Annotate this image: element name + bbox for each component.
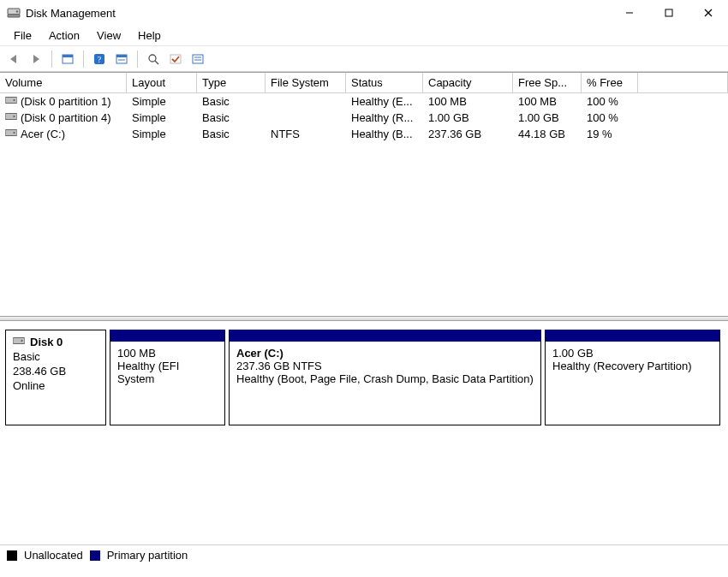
volume-icon	[5, 95, 17, 108]
svg-point-25	[13, 116, 15, 117]
volume-free: 44.18 GB	[513, 127, 582, 141]
forward-button[interactable]	[26, 49, 46, 69]
column-header-capacity[interactable]: Capacity	[423, 73, 513, 92]
titlebar: Disk Management	[0, 0, 728, 26]
disk-icon	[13, 336, 25, 348]
volume-layout: Simple	[127, 94, 197, 109]
column-header-type[interactable]: Type	[197, 73, 266, 92]
lower-pad	[0, 431, 728, 544]
maximize-button[interactable]	[649, 0, 689, 26]
disk-size: 238.46 GB	[13, 365, 98, 378]
menu-action[interactable]: Action	[40, 27, 88, 44]
volume-list-body[interactable]: (Disk 0 partition 1)SimpleBasicHealthy (…	[0, 93, 728, 316]
legend-swatch-primary	[90, 550, 100, 561]
disk-state: Online	[13, 379, 98, 392]
help-button[interactable]: ?	[89, 49, 110, 69]
column-header-fs[interactable]: File System	[266, 73, 346, 92]
partition[interactable]: 100 MBHealthy (EFI System	[110, 330, 225, 425]
partition-status: Healthy (EFI System	[117, 360, 218, 385]
volume-list-header: Volume Layout Type File System Status Ca…	[0, 72, 728, 93]
rescan-button[interactable]	[165, 49, 186, 69]
volume-free: 100 MB	[513, 94, 582, 109]
menu-file[interactable]: File	[5, 27, 40, 44]
volume-cap: 237.36 GB	[423, 127, 513, 141]
svg-rect-19	[193, 55, 203, 63]
volume-cap: 1.00 GB	[423, 110, 513, 125]
volume-pct: 100 %	[582, 94, 638, 109]
back-button[interactable]	[3, 49, 24, 69]
show-hide-tree-button[interactable]	[57, 49, 78, 69]
column-header-free[interactable]: Free Sp...	[513, 73, 582, 92]
legend-label-unallocated: Unallocated	[24, 549, 83, 562]
column-header-pct[interactable]: % Free	[582, 73, 638, 92]
toolbar-separator	[51, 51, 52, 68]
menu-help[interactable]: Help	[129, 27, 170, 44]
volume-type: Basic	[197, 94, 266, 109]
volume-free: 1.00 GB	[513, 110, 582, 125]
settings-button[interactable]	[111, 49, 132, 69]
svg-marker-7	[10, 55, 16, 63]
volume-icon	[5, 128, 17, 140]
volume-fs	[266, 110, 346, 125]
close-button[interactable]	[689, 0, 728, 26]
svg-text:?: ?	[98, 55, 102, 64]
partition[interactable]: Acer (C:)237.36 GB NTFSHealthy (Boot, Pa…	[229, 330, 541, 425]
volume-layout: Simple	[127, 127, 197, 141]
partition-size: 1.00 GB	[552, 347, 713, 360]
volume-type: Basic	[197, 110, 266, 125]
volume-name: (Disk 0 partition 1)	[21, 95, 110, 108]
properties-button[interactable]	[188, 49, 208, 69]
legend-swatch-unallocated	[7, 550, 17, 561]
partition-size: 100 MB	[117, 347, 218, 360]
disk-info[interactable]: Disk 0 Basic 238.46 GB Online	[5, 330, 106, 425]
column-header-status[interactable]: Status	[346, 73, 423, 92]
partition[interactable]: 1.00 GBHealthy (Recovery Partition)	[545, 330, 720, 425]
svg-rect-4	[665, 9, 672, 16]
partition-size: 237.36 GB NTFS	[236, 360, 534, 372]
table-row[interactable]: (Disk 0 partition 4)SimpleBasicHealthy (…	[0, 110, 728, 126]
svg-point-23	[13, 99, 15, 101]
app-icon	[7, 6, 21, 20]
column-header-spacer	[638, 73, 728, 92]
svg-rect-14	[116, 55, 127, 57]
toolbar: ?	[0, 46, 728, 72]
svg-rect-26	[5, 130, 17, 136]
volume-fs	[266, 94, 346, 109]
volume-pct: 100 %	[582, 110, 638, 125]
volume-pct: 19 %	[582, 127, 638, 141]
legend-label-primary: Primary partition	[107, 549, 188, 562]
menubar: File Action View Help	[0, 26, 728, 46]
bottom-edge	[0, 565, 728, 577]
toolbar-separator	[83, 51, 84, 68]
partition-name: Acer (C:)	[236, 347, 534, 360]
legend: Unallocated Primary partition	[0, 544, 728, 565]
window-title: Disk Management	[26, 7, 116, 20]
svg-line-17	[155, 61, 158, 64]
volume-fs: NTFS	[266, 127, 346, 141]
minimize-button[interactable]	[610, 0, 649, 26]
column-header-layout[interactable]: Layout	[127, 73, 197, 92]
refresh-button[interactable]	[143, 49, 164, 69]
volume-status: Healthy (B...	[346, 127, 423, 141]
volume-name: (Disk 0 partition 4)	[21, 111, 110, 124]
menu-view[interactable]: View	[88, 27, 129, 44]
toolbar-separator	[137, 51, 138, 68]
table-row[interactable]: Acer (C:)SimpleBasicNTFSHealthy (B...237…	[0, 126, 728, 142]
svg-point-2	[16, 10, 18, 12]
partition-status: Healthy (Recovery Partition)	[552, 360, 713, 372]
svg-point-16	[149, 55, 156, 62]
partitions: 100 MBHealthy (EFI SystemAcer (C:)237.36…	[110, 330, 723, 425]
table-row[interactable]: (Disk 0 partition 1)SimpleBasicHealthy (…	[0, 93, 728, 110]
volume-cap: 100 MB	[423, 94, 513, 109]
volume-status: Healthy (E...	[346, 94, 423, 109]
disk-type: Basic	[13, 350, 98, 363]
volume-type: Basic	[197, 127, 266, 141]
svg-rect-22	[5, 98, 17, 104]
column-header-volume[interactable]: Volume	[0, 73, 127, 92]
window-controls	[610, 0, 728, 26]
volume-status: Healthy (R...	[346, 110, 423, 125]
disk-row: Disk 0 Basic 238.46 GB Online 100 MBHeal…	[5, 330, 723, 425]
volume-layout: Simple	[127, 110, 197, 125]
volume-name: Acer (C:)	[21, 128, 65, 140]
disk-name: Disk 0	[30, 336, 63, 348]
